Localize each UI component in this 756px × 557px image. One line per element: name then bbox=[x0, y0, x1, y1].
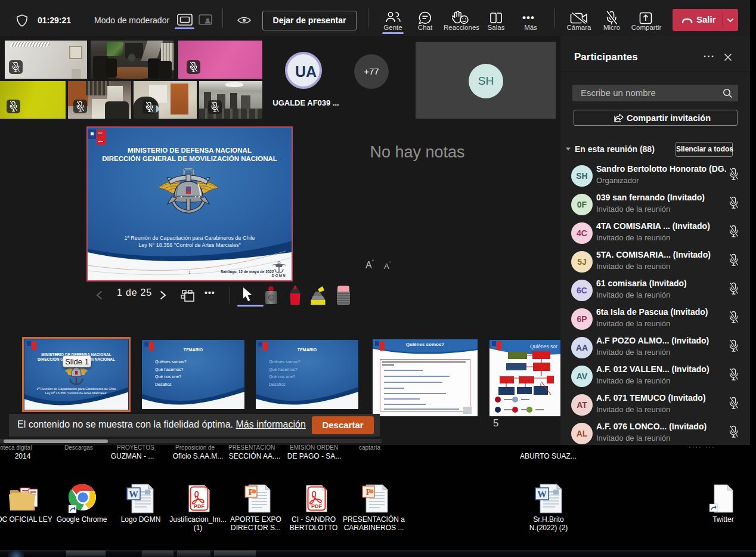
svg-text:DGMN: DGMN bbox=[272, 274, 286, 277]
svg-text:PDF: PDF bbox=[311, 503, 323, 509]
svg-text:W: W bbox=[537, 489, 547, 499]
svg-text:PDF: PDF bbox=[194, 503, 205, 509]
svg-text:W: W bbox=[129, 489, 138, 499]
